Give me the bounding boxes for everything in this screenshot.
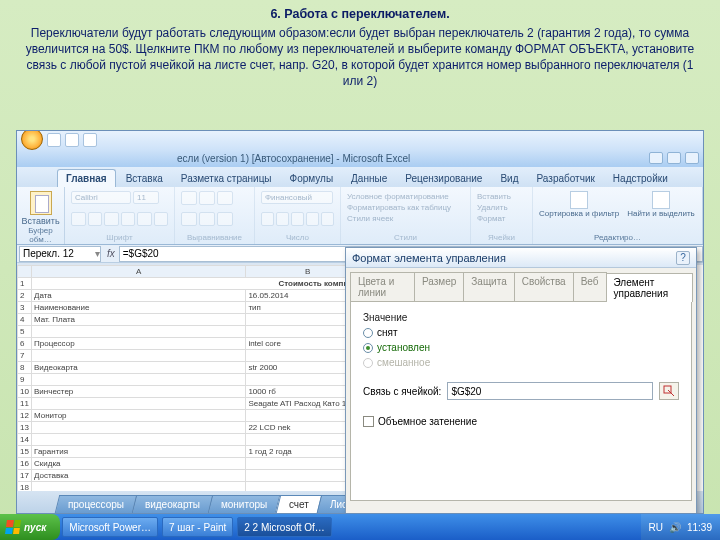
format-cells-button[interactable]: Формат [477,213,526,224]
start-button[interactable]: пуск [0,514,60,540]
opt-unset-label: снят [377,327,398,338]
ribbon-tab[interactable]: Вставка [118,170,171,187]
ribbon-tab[interactable]: Разработчик [529,170,603,187]
sort-icon [570,191,588,209]
shade-label: Объемное затенение [378,416,477,427]
dec-dec-icon[interactable] [321,212,334,226]
lang-indicator[interactable]: RU [649,522,663,533]
cell-styles-button[interactable]: Стили ячеек [347,213,464,224]
italic-icon[interactable] [88,212,103,226]
radio-icon [363,328,373,338]
ribbon-tab[interactable]: Рецензирование [397,170,490,187]
dialog-tab[interactable]: Защита [463,272,514,301]
paste-button[interactable]: Вставить [23,191,58,226]
find-label: Найти и выделить [627,209,695,218]
qat-undo-icon[interactable] [65,133,79,147]
align-tr-icon[interactable] [217,191,233,205]
ribbon-tab[interactable]: Главная [57,169,116,187]
shade-checkbox-row[interactable]: Объемное затенение [363,416,679,427]
opt-unset[interactable]: снят [363,327,679,338]
opt-set-label: установлен [377,342,430,353]
percent-icon[interactable] [276,212,289,226]
windows-logo-icon [5,520,21,534]
format-control-dialog: Формат элемента управления ? Цвета и лин… [345,247,697,514]
title-bar: если (version 1) [Автосохранение] - Micr… [17,149,703,167]
taskbar-item[interactable]: Microsoft Power… [62,517,158,537]
dialog-tab[interactable]: Веб [573,272,607,301]
qat-save-icon[interactable] [47,133,61,147]
currency-icon[interactable] [261,212,274,226]
opt-mixed-label: смешанное [377,357,430,368]
range-picker-icon [663,385,675,397]
name-box[interactable]: Перекл. 12 ▾ [19,246,101,262]
group-number-label: Число [261,233,334,242]
ribbon-tab[interactable]: Разметка страницы [173,170,280,187]
minimize-icon[interactable] [649,152,663,164]
dialog-tab[interactable]: Элемент управления [606,273,693,302]
dec-inc-icon[interactable] [306,212,319,226]
fill-icon[interactable] [137,212,152,226]
range-picker-button[interactable] [659,382,679,400]
sheet-tab[interactable]: мониторы [208,495,281,513]
group-edit-label: Редактиро… [539,233,696,242]
app-title: если (version 1) [Автосохранение] - Micr… [177,153,410,164]
find-select-button[interactable]: Найти и выделить [627,191,695,218]
instruction-block: 6. Работа с переключателем. Переключател… [0,0,720,96]
insert-button[interactable]: Вставить [477,191,526,202]
font-combo[interactable]: Calibri [71,191,131,204]
format-table-button[interactable]: Форматировать как таблицу [347,202,464,213]
dialog-tab[interactable]: Свойства [514,272,574,301]
ribbon-tab[interactable]: Данные [343,170,395,187]
start-label: пуск [24,522,46,533]
opt-set[interactable]: установлен [363,342,679,353]
align-tl-icon[interactable] [181,191,197,205]
ribbon-tab[interactable]: Формулы [282,170,342,187]
opt-mixed[interactable]: смешанное [363,357,679,368]
numfmt-combo[interactable]: Финансовый [261,191,333,204]
cond-format-button[interactable]: Условное форматирование [347,191,464,202]
fontcolor-icon[interactable] [154,212,169,226]
dialog-titlebar[interactable]: Формат элемента управления ? [346,248,696,268]
dialog-title: Формат элемента управления [352,252,506,264]
qat-redo-icon[interactable] [83,133,97,147]
sheet-tab[interactable]: процессоры [55,495,138,513]
dialog-tab[interactable]: Цвета и линии [350,272,415,301]
system-tray[interactable]: RU 🔊 11:39 [641,514,720,540]
ribbon-tab[interactable]: Надстройки [605,170,676,187]
align-tc-icon[interactable] [199,191,215,205]
bold-icon[interactable] [71,212,86,226]
tray-icon[interactable]: 🔊 [669,522,681,533]
dialog-help-icon[interactable]: ? [676,251,690,265]
cell-link-input[interactable] [447,382,653,400]
paste-icon [30,191,52,215]
group-font-label: Шрифт [71,233,168,242]
dialog-tab[interactable]: Размер [414,272,464,301]
fx-icon[interactable]: fx [103,248,119,259]
border-icon[interactable] [121,212,136,226]
align-c-icon[interactable] [199,212,215,226]
formula-value: =$G$20 [123,248,159,259]
underline-icon[interactable] [104,212,119,226]
ribbon-tab[interactable]: Вид [492,170,526,187]
taskbar-item[interactable]: 2 2 Microsoft Of… [237,517,332,537]
radio-icon [363,358,373,368]
align-l-icon[interactable] [181,212,197,226]
comma-icon[interactable] [291,212,304,226]
fontsize-combo[interactable]: 11 [133,191,159,204]
taskbar: пуск Microsoft Power…7 шаг - Paint2 2 Mi… [0,514,720,540]
delete-button[interactable]: Удалить [477,202,526,213]
dialog-tabs: Цвета и линииРазмерЗащитаСвойстваВебЭлем… [346,268,696,301]
instruction-title: 6. Работа с переключателем. [20,6,700,23]
align-r-icon[interactable] [217,212,233,226]
ribbon-tabs: ГлавнаяВставкаРазметка страницыФормулыДа… [17,167,703,187]
sort-filter-button[interactable]: Сортировка и фильтр [539,191,619,218]
group-styles-label: Стили [347,233,464,242]
taskbar-item[interactable]: 7 шаг - Paint [162,517,233,537]
maximize-icon[interactable] [667,152,681,164]
office-orb[interactable] [21,130,43,150]
ribbon: Вставить Буфер обм… Calibri11 Шрифт Выра… [17,187,703,245]
find-icon [652,191,670,209]
sheet-tab[interactable]: счет [275,495,321,513]
close-icon[interactable] [685,152,699,164]
sheet-tab[interactable]: видеокарты [132,495,214,513]
